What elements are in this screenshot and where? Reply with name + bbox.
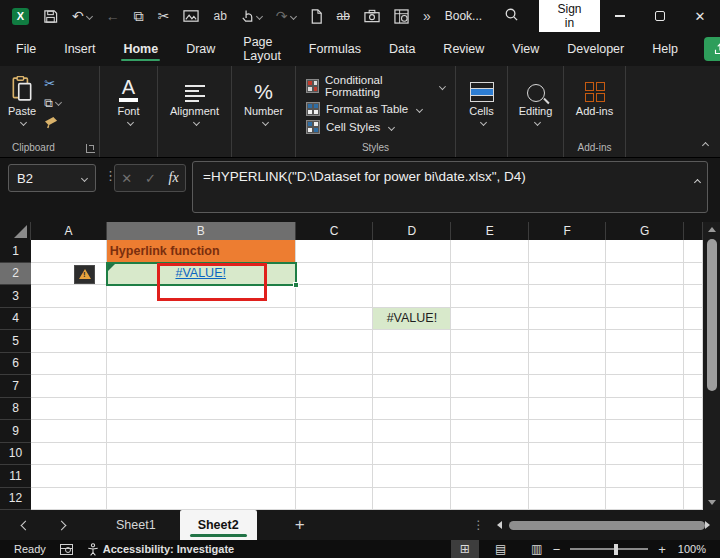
cell-b5[interactable] <box>107 330 296 353</box>
cell-partial-5[interactable] <box>684 330 703 353</box>
row-header-4[interactable]: 4 <box>0 308 31 331</box>
menu-developer[interactable]: Developer <box>565 36 626 62</box>
insert-function-icon[interactable]: fx <box>169 170 179 186</box>
enter-icon[interactable]: ✓ <box>145 171 156 186</box>
cell-partial-1[interactable] <box>684 240 703 263</box>
cell-f7[interactable] <box>529 375 606 398</box>
cell-f9[interactable] <box>529 420 606 443</box>
cut-icon[interactable]: ✂ <box>158 8 170 24</box>
cell-d11[interactable] <box>373 465 451 488</box>
cell-d8[interactable] <box>373 398 451 421</box>
row-header-3[interactable]: 3 <box>0 285 31 308</box>
search-icon[interactable] <box>504 7 519 26</box>
cell-f11[interactable] <box>529 465 606 488</box>
cancel-icon[interactable]: ✕ <box>121 171 132 186</box>
cell-e6[interactable] <box>451 353 529 376</box>
normal-view-icon[interactable]: ⊞ <box>451 540 479 558</box>
number-button[interactable]: % Number <box>232 72 295 125</box>
cell-partial-10[interactable] <box>684 443 703 466</box>
cell-b6[interactable] <box>107 353 296 376</box>
cell-b3[interactable] <box>107 285 296 308</box>
menu-page-layout[interactable]: Page Layout <box>241 29 283 69</box>
menu-data[interactable]: Data <box>387 36 417 62</box>
accessibility-status[interactable]: Accessibility: Investigate <box>87 543 234 556</box>
cell-c7[interactable] <box>296 375 374 398</box>
menu-home[interactable]: Home <box>121 36 160 62</box>
cell-c5[interactable] <box>296 330 374 353</box>
cell-b12[interactable] <box>107 488 296 511</box>
cell-a3[interactable] <box>31 285 107 308</box>
table-properties-icon[interactable] <box>394 9 409 24</box>
cell-d12[interactable] <box>373 488 451 511</box>
cell-f6[interactable] <box>529 353 606 376</box>
sign-in-button[interactable]: Sign in <box>539 0 600 35</box>
cell-a7[interactable] <box>31 375 107 398</box>
cell-partial-11[interactable] <box>684 465 703 488</box>
formula-input[interactable]: =HYPERLINK("D:\Dataset for power bi\date… <box>192 161 708 213</box>
cell-g10[interactable] <box>606 443 684 466</box>
excel-logo-icon[interactable]: X <box>12 8 29 25</box>
cell-c12[interactable] <box>296 488 374 511</box>
cell-e3[interactable] <box>451 285 529 308</box>
cell-c6[interactable] <box>296 353 374 376</box>
cell-a9[interactable] <box>31 420 107 443</box>
zoom-slider[interactable] <box>570 548 648 550</box>
cell-e9[interactable] <box>451 420 529 443</box>
alignment-button[interactable]: Alignment <box>158 72 231 125</box>
column-header-d[interactable]: D <box>373 222 451 240</box>
cell-g3[interactable] <box>606 285 684 308</box>
zoom-in-icon[interactable]: + <box>656 542 668 557</box>
cell-e11[interactable] <box>451 465 529 488</box>
format-painter-button[interactable] <box>44 115 61 133</box>
cell-f12[interactable] <box>529 488 606 511</box>
name-box[interactable]: B2 <box>8 164 96 192</box>
cell-g5[interactable] <box>606 330 684 353</box>
cell-a12[interactable] <box>31 488 107 511</box>
row-header-2[interactable]: 2 <box>0 263 31 286</box>
close-button[interactable]: ✕ <box>680 0 720 32</box>
row-header-9[interactable]: 9 <box>0 420 31 443</box>
cell-f8[interactable] <box>529 398 606 421</box>
copy-icon[interactable]: ⧉ <box>134 8 144 25</box>
tab-sheet2[interactable]: Sheet2 <box>180 510 257 540</box>
menu-view[interactable]: View <box>510 36 541 62</box>
tab-sheet1[interactable]: Sheet1 <box>98 510 174 540</box>
cell-b4[interactable] <box>107 308 296 331</box>
cell-g9[interactable] <box>606 420 684 443</box>
menu-review[interactable]: Review <box>441 36 486 62</box>
cell-g2[interactable] <box>606 263 684 286</box>
cell-e10[interactable] <box>451 443 529 466</box>
cell-a5[interactable] <box>31 330 107 353</box>
menu-insert[interactable]: Insert <box>62 36 97 62</box>
scroll-left-icon[interactable] <box>497 521 502 529</box>
row-header-7[interactable]: 7 <box>0 375 31 398</box>
next-sheet-icon[interactable] <box>50 522 72 529</box>
cell-f1[interactable] <box>529 240 606 263</box>
column-header-a[interactable]: A <box>31 222 107 240</box>
row-header-6[interactable]: 6 <box>0 353 31 376</box>
column-header-g[interactable]: G <box>606 222 684 240</box>
page-layout-view-icon[interactable]: ▤ <box>487 540 515 558</box>
cell-partial-4[interactable] <box>684 308 703 331</box>
cell-a10[interactable] <box>31 443 107 466</box>
cell-d7[interactable] <box>373 375 451 398</box>
minimize-button[interactable] <box>600 0 640 32</box>
cell-d1[interactable] <box>373 240 451 263</box>
cell-partial-6[interactable] <box>684 353 703 376</box>
column-header-e[interactable]: E <box>451 222 529 240</box>
conditional-formatting-button[interactable]: Conditional Formatting <box>306 74 445 98</box>
column-header-f[interactable]: F <box>529 222 606 240</box>
zoom-level[interactable]: 100% <box>678 543 706 555</box>
cell-e7[interactable] <box>451 375 529 398</box>
cell-partial-8[interactable] <box>684 398 703 421</box>
row-header-5[interactable]: 5 <box>0 330 31 353</box>
horizontal-scroll-thumb[interactable] <box>509 521 705 530</box>
format-as-table-button[interactable]: Format as Table <box>306 102 445 116</box>
cell-b11[interactable] <box>107 465 296 488</box>
touch-mouse-mode-icon[interactable] <box>241 9 262 24</box>
cell-f3[interactable] <box>529 285 606 308</box>
cell-g1[interactable] <box>606 240 684 263</box>
cell-c11[interactable] <box>296 465 374 488</box>
scroll-down-icon[interactable] <box>708 500 716 505</box>
cell-partial-3[interactable] <box>684 285 703 308</box>
